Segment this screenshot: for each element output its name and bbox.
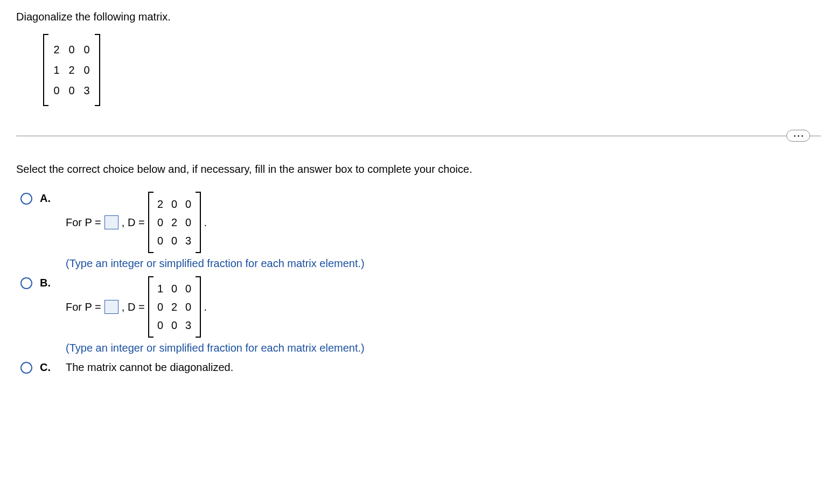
- matrix-cell: 2: [68, 60, 75, 80]
- more-options-button[interactable]: [786, 130, 810, 142]
- matrix-cell: 0: [157, 316, 164, 334]
- choice-a-matrix: 2 0 0 0 2 0 0 0 3: [148, 192, 201, 253]
- choice-b-matrix: 1 0 0 0 2 0 0 0 3: [148, 276, 201, 338]
- matrix-cell: 0: [185, 279, 192, 298]
- period-text: .: [204, 216, 207, 229]
- question-section: Diagonalize the following matrix. 2 0 0 …: [16, 11, 821, 125]
- p-input-box[interactable]: [104, 215, 118, 229]
- matrix-cell: 2: [53, 39, 60, 60]
- choice-a-radio[interactable]: [20, 193, 32, 205]
- matrix-cell: 0: [68, 39, 75, 60]
- choices-list: A. For P = , D = 2 0 0 0: [16, 192, 821, 374]
- matrix-cell: 3: [185, 232, 192, 250]
- matrix-cell: 0: [171, 316, 178, 334]
- question-matrix: 2 0 0 1 2 0 0 0 3: [43, 34, 100, 109]
- section-divider: [16, 136, 821, 136]
- divider-line: [16, 136, 821, 136]
- bracket-left: [148, 276, 154, 338]
- dot-icon: [794, 135, 796, 137]
- matrix-cell: 0: [157, 213, 164, 232]
- choice-c-label: C.: [40, 361, 52, 374]
- matrix-cell: 3: [83, 80, 90, 101]
- matrix-cell: 0: [185, 298, 192, 316]
- d-equals-text: , D =: [122, 301, 145, 313]
- matrix-cell: 2: [171, 213, 178, 232]
- matrix-cell: 0: [68, 80, 75, 101]
- matrix-cell: 2: [171, 298, 178, 316]
- matrix-cell: 1: [157, 279, 164, 298]
- matrix-cell: 3: [185, 316, 192, 334]
- matrix-cell: 0: [83, 60, 90, 80]
- matrix-cell: 0: [171, 195, 178, 213]
- bracket-right: [196, 192, 201, 253]
- bracket-left: [43, 34, 48, 106]
- matrix-cell: 0: [53, 80, 60, 101]
- matrix-cell: 0: [83, 39, 90, 60]
- for-p-text: For P =: [66, 216, 101, 229]
- matrix-cell: 0: [185, 195, 192, 213]
- matrix-cell: 0: [185, 213, 192, 232]
- bracket-left: [148, 192, 154, 253]
- for-p-text: For P =: [66, 301, 101, 313]
- matrix-cell: 0: [157, 298, 164, 316]
- choice-a: A. For P = , D = 2 0 0 0: [20, 192, 821, 270]
- choice-b: B. For P = , D = 1 0 0 0: [20, 276, 821, 354]
- matrix-cell: 0: [171, 232, 178, 250]
- d-equals-text: , D =: [122, 216, 145, 229]
- choice-a-hint: (Type an integer or simplified fraction …: [66, 257, 821, 270]
- period-text: .: [204, 301, 207, 313]
- choice-b-label: B.: [40, 276, 52, 289]
- choice-c-text: The matrix cannot be diagonalized.: [60, 361, 821, 374]
- question-prompt: Diagonalize the following matrix.: [16, 11, 821, 23]
- choice-c: C. The matrix cannot be diagonalized.: [20, 361, 821, 374]
- choice-a-label: A.: [40, 192, 52, 205]
- choice-c-radio[interactable]: [20, 362, 32, 374]
- matrix-cell: 0: [171, 279, 178, 298]
- dot-icon: [798, 135, 799, 137]
- matrix-cell: 2: [157, 195, 164, 213]
- choice-b-hint: (Type an integer or simplified fraction …: [66, 342, 821, 354]
- matrix-cell: 0: [157, 232, 164, 250]
- bracket-right: [95, 34, 100, 106]
- p-input-box[interactable]: [104, 300, 118, 314]
- choice-b-radio[interactable]: [20, 277, 32, 289]
- dot-icon: [801, 135, 803, 137]
- bracket-right: [196, 276, 201, 338]
- instruction-text: Select the correct choice below and, if …: [16, 163, 821, 176]
- matrix-cell: 1: [53, 60, 60, 80]
